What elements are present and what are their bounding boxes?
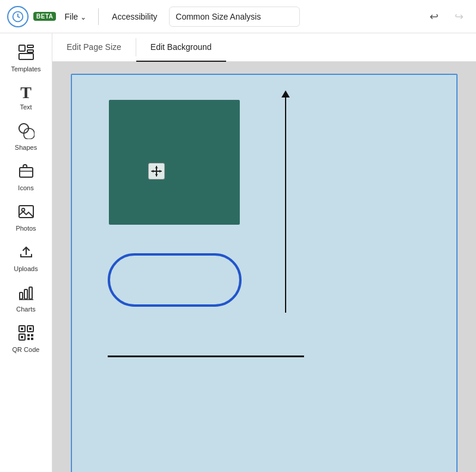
svg-rect-1 <box>19 45 25 51</box>
icons-icon <box>18 163 35 182</box>
sidebar-item-text[interactable]: T Text <box>2 78 50 115</box>
svg-rect-21 <box>27 338 30 340</box>
sidebar-item-label: Charts <box>16 306 35 313</box>
right-panel: Edit Page Size Edit Background <box>52 33 476 472</box>
vertical-arrow-line[interactable] <box>285 93 286 313</box>
sidebar-item-label: Text <box>20 103 32 111</box>
undo-icon: ↩ <box>430 10 439 23</box>
svg-rect-19 <box>27 334 30 336</box>
redo-icon: ↪ <box>455 10 464 23</box>
sidebar-item-label: QR Code <box>12 346 40 353</box>
sidebar: Templates T Text Shapes <box>0 33 52 472</box>
redo-button[interactable]: ↪ <box>449 7 469 27</box>
canvas-area[interactable] <box>52 62 476 472</box>
sidebar-item-label: Shapes <box>15 144 37 151</box>
sidebar-item-qr-code[interactable]: QR Code <box>2 319 50 358</box>
svg-rect-11 <box>24 290 27 299</box>
app-logo <box>7 6 29 27</box>
qr-code-icon <box>18 325 35 344</box>
sidebar-item-shapes[interactable]: Shapes <box>2 117 50 156</box>
svg-rect-7 <box>20 168 33 177</box>
sidebar-item-icons[interactable]: Icons <box>2 157 50 196</box>
svg-rect-4 <box>19 54 33 59</box>
svg-rect-18 <box>21 336 23 338</box>
page-canvas[interactable] <box>71 74 458 472</box>
shapes-icon <box>18 122 35 141</box>
svg-rect-8 <box>19 206 33 218</box>
sidebar-item-uploads[interactable]: Uploads <box>2 238 50 277</box>
tab-bar: Edit Page Size Edit Background <box>52 33 476 62</box>
move-cursor-icon <box>148 163 165 180</box>
svg-rect-3 <box>27 50 33 52</box>
charts-icon <box>18 284 35 303</box>
sidebar-item-label: Uploads <box>14 265 37 272</box>
tab-edit-background[interactable]: Edit Background <box>136 33 226 62</box>
sidebar-item-photos[interactable]: Photos <box>2 197 50 237</box>
uploads-icon <box>18 244 35 263</box>
main-layout: Templates T Text Shapes <box>0 33 476 472</box>
tab-edit-page-size[interactable]: Edit Page Size <box>52 33 136 62</box>
document-title-input[interactable] <box>169 7 300 27</box>
sidebar-item-label: Icons <box>18 184 33 191</box>
svg-rect-10 <box>20 292 23 299</box>
sidebar-item-charts[interactable]: Charts <box>2 278 50 317</box>
horizontal-line[interactable] <box>108 355 304 357</box>
svg-point-9 <box>21 209 24 212</box>
svg-rect-12 <box>29 287 32 299</box>
undo-button[interactable]: ↩ <box>424 7 444 27</box>
sidebar-item-templates[interactable]: Templates <box>2 38 50 77</box>
svg-rect-20 <box>31 334 33 336</box>
topbar-divider <box>98 8 99 25</box>
oval-shape[interactable] <box>108 253 242 307</box>
templates-icon <box>18 44 35 63</box>
sidebar-item-label: Templates <box>11 65 40 73</box>
text-icon: T <box>20 84 32 101</box>
beta-badge: BETA <box>33 12 56 21</box>
topbar: BETA File Accessibility ↩ ↪ <box>0 0 476 33</box>
svg-rect-14 <box>21 328 23 330</box>
svg-rect-22 <box>31 338 33 340</box>
svg-rect-16 <box>29 328 32 330</box>
green-rectangle-shape[interactable] <box>109 100 240 225</box>
sidebar-item-label: Photos <box>15 225 36 232</box>
svg-rect-2 <box>27 45 33 48</box>
file-menu-button[interactable]: File <box>61 10 90 24</box>
accessibility-button[interactable]: Accessibility <box>107 10 162 24</box>
chevron-down-icon <box>80 12 86 21</box>
photos-icon <box>18 203 35 222</box>
